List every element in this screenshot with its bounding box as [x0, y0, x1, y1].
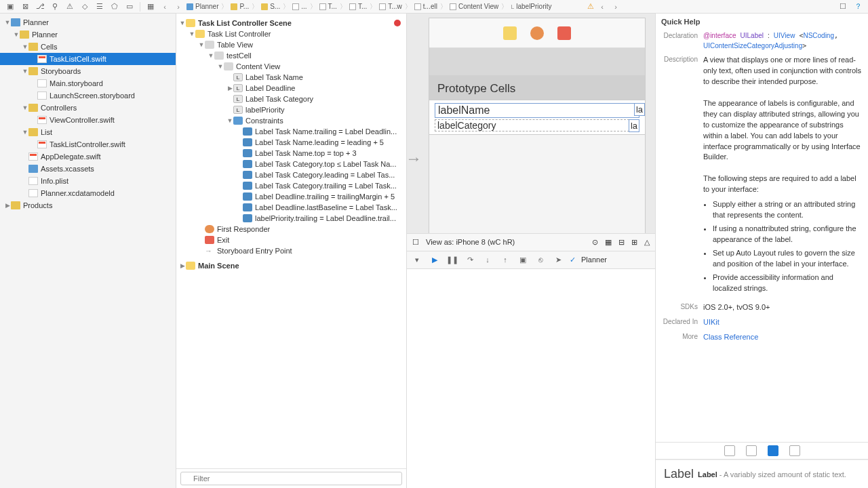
- outline-item[interactable]: labelPriority.trailing = Label Deadline.…: [176, 213, 406, 224]
- outline-item[interactable]: LlabelPriority: [176, 104, 406, 115]
- exit-icon[interactable]: [557, 26, 571, 40]
- nav-item[interactable]: ▼List: [0, 126, 176, 138]
- warning-icon[interactable]: ⚠: [587, 2, 594, 11]
- step-out-icon[interactable]: ↑: [499, 253, 511, 266]
- label-category[interactable]: labelCategory: [435, 119, 639, 131]
- pause-icon[interactable]: ❚❚: [446, 253, 458, 266]
- outline-item[interactable]: LLabel Task Name: [176, 72, 406, 83]
- interface-builder-canvas[interactable]: → Prototype Cells labelName la labelCate…: [407, 14, 655, 233]
- zoom-icon[interactable]: ⊙: [592, 238, 598, 247]
- outline-item[interactable]: ▶LLabel Deadline: [176, 83, 406, 94]
- step-over-icon[interactable]: ↷: [464, 253, 476, 266]
- nav-item[interactable]: Info.plist: [0, 175, 176, 187]
- forward-button[interactable]: ›: [173, 3, 184, 11]
- nav-debug-icon[interactable]: ☰: [94, 1, 106, 13]
- outline-item[interactable]: LLabel Task Category: [176, 94, 406, 104]
- nav-folder-icon[interactable]: ▣: [4, 1, 16, 13]
- nav-item[interactable]: ▼Planner: [0, 28, 176, 41]
- pin-icon[interactable]: ⊞: [631, 238, 637, 247]
- vc-icon[interactable]: [503, 26, 517, 40]
- continue-icon[interactable]: ▶: [429, 253, 441, 266]
- nav-item[interactable]: Planner.xcdatamodeld: [0, 187, 176, 199]
- bc-item[interactable]: Content View: [450, 3, 498, 10]
- bc-item[interactable]: t...ell: [414, 3, 437, 10]
- nav-item[interactable]: ▶Products: [0, 199, 176, 211]
- nav-item[interactable]: TaskListCell.swift: [0, 53, 176, 65]
- bc-item[interactable]: Planner: [186, 3, 218, 10]
- nav-item[interactable]: ▼Storyboards: [0, 65, 176, 77]
- outline-item[interactable]: Label Task Name.trailing = Label Deadlin…: [176, 126, 406, 137]
- declared-link[interactable]: UIKit: [703, 318, 719, 326]
- nav-item[interactable]: ViewController.swift: [0, 114, 176, 126]
- bc-item[interactable]: T...: [319, 3, 337, 10]
- location-icon[interactable]: ➤: [552, 253, 564, 266]
- memory-icon[interactable]: ⎋: [534, 253, 547, 266]
- nav-branch-icon[interactable]: ⎇: [34, 1, 46, 13]
- class-reference-link[interactable]: Class Reference: [703, 333, 758, 341]
- scene-row[interactable]: ▼ Task List Controller Scene: [176, 18, 406, 28]
- nav-item[interactable]: Main.storyboard: [0, 77, 176, 89]
- main-scene-row[interactable]: ▶Main Scene: [176, 260, 406, 271]
- bc-item[interactable]: S...: [261, 3, 280, 10]
- entry-point-row[interactable]: →Storyboard Entry Point: [176, 245, 406, 256]
- nav-item[interactable]: ▼Cells: [0, 41, 176, 53]
- align-icon[interactable]: ⊟: [618, 238, 625, 247]
- outline-item[interactable]: ▼Task List Controller: [176, 28, 406, 39]
- embed-icon[interactable]: ▦: [605, 238, 612, 247]
- first-responder-icon[interactable]: [530, 26, 544, 40]
- scheme-label[interactable]: Planner: [581, 256, 607, 264]
- outline-item[interactable]: Label Task Category.trailing = Label Tas…: [176, 180, 406, 191]
- object-library-tab[interactable]: [768, 445, 778, 456]
- outline-item[interactable]: Label Deadline.trailing = trailingMargin…: [176, 191, 406, 202]
- help-icon[interactable]: ？: [852, 1, 864, 13]
- nav-item[interactable]: ▼Planner: [0, 16, 176, 28]
- outline-item[interactable]: Label Task Name.leading = leading + 5: [176, 137, 406, 148]
- code-snippet-tab[interactable]: [746, 445, 757, 456]
- exit-row[interactable]: Exit: [176, 235, 406, 245]
- nav-test-icon[interactable]: ◇: [79, 1, 91, 13]
- related-icon[interactable]: ▦: [144, 1, 157, 13]
- nav-item[interactable]: TaskListController.swift: [0, 138, 176, 150]
- media-library-tab[interactable]: [789, 445, 800, 456]
- view-as-label[interactable]: View as: iPhone 8 (wC hR): [426, 238, 515, 246]
- nav-warn-icon[interactable]: ⚠: [64, 1, 76, 13]
- nav-report-icon[interactable]: ▭: [123, 1, 136, 13]
- outline-item[interactable]: ▼Table View: [176, 39, 406, 50]
- nav-item[interactable]: Assets.xcassets: [0, 163, 176, 175]
- bc-item[interactable]: ...: [292, 3, 307, 10]
- outline-item[interactable]: ▼testCell: [176, 50, 406, 61]
- nav-item[interactable]: AppDelegate.swift: [0, 150, 176, 163]
- nav-item[interactable]: LaunchScreen.storyboard: [0, 89, 176, 102]
- back-button[interactable]: ‹: [159, 3, 170, 11]
- outline-item[interactable]: Label Task Name.top = top + 3: [176, 148, 406, 159]
- view-debug-icon[interactable]: ▣: [517, 253, 529, 266]
- bc-item[interactable]: P...: [231, 3, 249, 10]
- stop-icon[interactable]: [394, 20, 401, 26]
- label-priority-preview[interactable]: la: [629, 119, 639, 132]
- doc-icon[interactable]: ☐: [837, 1, 849, 13]
- outline-item[interactable]: Label Task Category.top ≤ Label Task Na.…: [176, 159, 406, 169]
- prototype-cell[interactable]: labelName la labelCategory la: [429, 100, 645, 135]
- bc-item[interactable]: L labelPriority: [511, 3, 551, 10]
- bc-item[interactable]: T...: [349, 3, 367, 10]
- nav-item[interactable]: ▼Controllers: [0, 102, 176, 114]
- object-library-item[interactable]: Label Label - A variably sized amount of…: [656, 460, 868, 488]
- step-in-icon[interactable]: ↓: [481, 253, 494, 266]
- outline-item[interactable]: Label Task Category.leading = Label Tas.…: [176, 169, 406, 180]
- label-name[interactable]: labelName: [435, 103, 639, 118]
- resolve-icon[interactable]: △: [644, 238, 650, 247]
- jump-next[interactable]: ›: [610, 3, 621, 11]
- first-responder-row[interactable]: First Responder: [176, 224, 406, 235]
- nav-break-icon[interactable]: ⬠: [108, 1, 121, 13]
- outline-filter-input[interactable]: [180, 472, 402, 485]
- outline-item[interactable]: ▼Constraints: [176, 115, 406, 126]
- outline-item[interactable]: Label Deadline.lastBaseline = Label Task…: [176, 202, 406, 213]
- outline-item[interactable]: ▼Content View: [176, 61, 406, 72]
- outline-toggle-icon[interactable]: ☐: [412, 238, 419, 247]
- jump-prev[interactable]: ‹: [597, 3, 608, 11]
- file-template-tab[interactable]: [724, 445, 735, 456]
- label-deadline-preview[interactable]: la: [634, 103, 645, 116]
- tableview-scene[interactable]: Prototype Cells labelName la labelCatego…: [429, 18, 646, 233]
- hide-debug-icon[interactable]: ▾: [411, 253, 423, 266]
- debug-console[interactable]: [407, 268, 655, 489]
